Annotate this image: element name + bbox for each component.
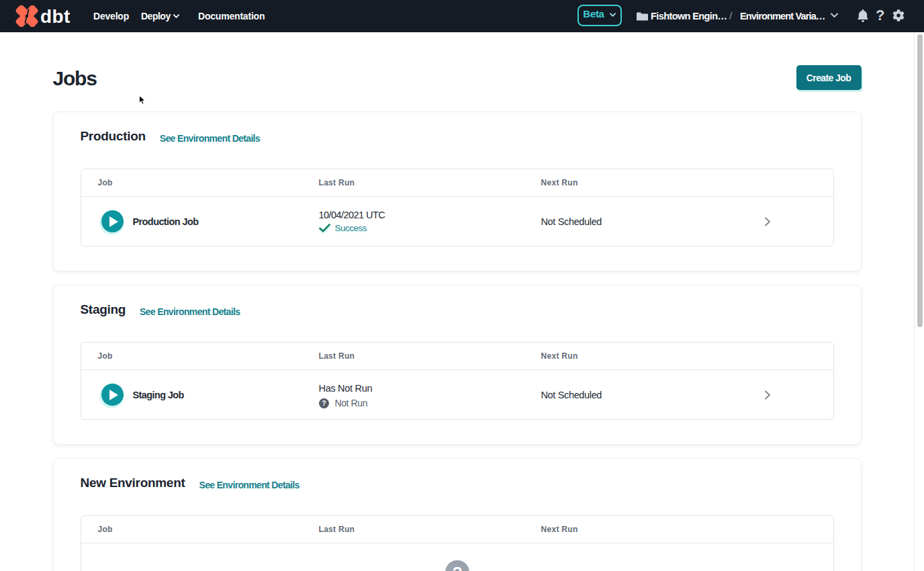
svg-text:?: ? [452, 564, 462, 571]
svg-text:?: ? [322, 400, 326, 407]
